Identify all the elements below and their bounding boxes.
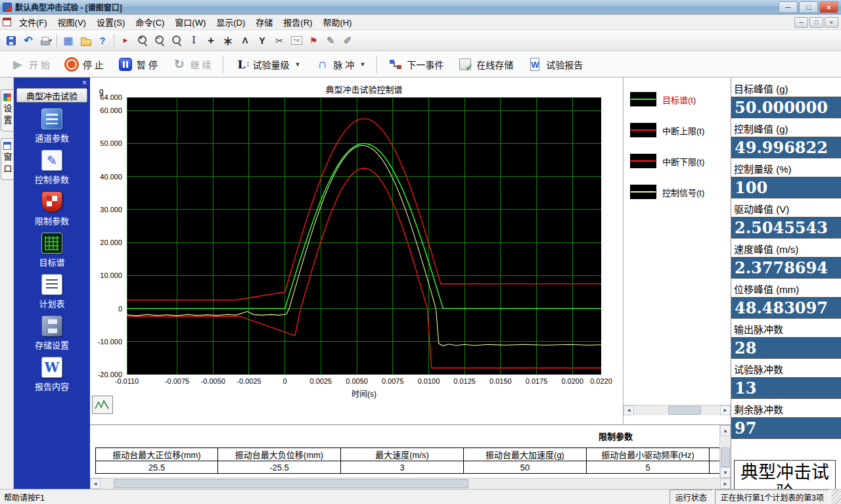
- pause-button[interactable]: 暂 停: [112, 54, 164, 75]
- test-report-button[interactable]: 试验报告: [521, 54, 589, 75]
- y-tick-label: -10.000: [98, 338, 122, 346]
- legend-item-2[interactable]: 中断下限(t): [630, 154, 731, 168]
- sidebar-item-schedule[interactable]: 计划表: [14, 274, 90, 309]
- pulse-button[interactable]: 脉 冲▼: [308, 54, 372, 75]
- chart-tool-button[interactable]: [92, 396, 113, 414]
- chart-title: 典型冲击试验控制谱: [127, 83, 601, 95]
- table-vertical-scrollbar[interactable]: ▲ ▼: [719, 425, 731, 478]
- ibeam-cursor-button[interactable]: [185, 32, 202, 49]
- legend-swatch: [630, 154, 656, 168]
- marker-flag-button[interactable]: [305, 32, 322, 49]
- scroll-track[interactable]: [634, 405, 720, 415]
- scroll-left-icon[interactable]: ◄: [624, 405, 634, 415]
- test-level-button[interactable]: 试验量级▼: [228, 54, 307, 75]
- undo-button[interactable]: [20, 32, 37, 49]
- child-restore-button[interactable]: □: [809, 17, 823, 28]
- cut-button[interactable]: [271, 32, 288, 49]
- scroll-thumb[interactable]: [114, 479, 468, 488]
- annotate-button[interactable]: [339, 32, 356, 49]
- menu-view[interactable]: 视图(V): [53, 14, 91, 30]
- limits-col-4: 振动台最小驱动频率(Hz): [587, 447, 710, 461]
- pulse-icon: [315, 57, 329, 72]
- scroll-right-icon[interactable]: ►: [720, 478, 731, 489]
- scroll-thumb[interactable]: [668, 406, 701, 415]
- start-button[interactable]: 开 始: [4, 54, 57, 75]
- scroll-track[interactable]: [101, 478, 720, 489]
- text-label-button[interactable]: [288, 32, 305, 49]
- star-cursor-button[interactable]: [219, 32, 237, 49]
- cursor-tool-button[interactable]: [117, 32, 134, 49]
- y-tick-label: 0: [118, 305, 122, 313]
- legend-item-0[interactable]: 目标谱(t): [630, 92, 731, 106]
- zoom-box-button[interactable]: [168, 32, 185, 49]
- menu-file[interactable]: 文件(F): [14, 14, 53, 30]
- zoom-in-button[interactable]: +: [134, 32, 151, 49]
- sidebar-item-label: 通道参数: [35, 131, 69, 144]
- minimize-button[interactable]: ─: [779, 1, 798, 13]
- scroll-right-icon[interactable]: ►: [720, 405, 731, 415]
- save-button[interactable]: [3, 32, 20, 49]
- maximize-button[interactable]: □: [799, 1, 818, 13]
- legend-item-3[interactable]: 控制信号(t): [630, 185, 731, 199]
- limits-val-0: 25.5: [95, 461, 218, 474]
- edit-pencil-button[interactable]: [322, 32, 339, 49]
- sidebar-item-report-content[interactable]: 报告内容: [14, 357, 90, 392]
- displacement-peak-value: 48.483097: [731, 297, 841, 319]
- status-help: 帮助请按F1: [4, 492, 45, 503]
- child-window-icon: [3, 18, 11, 26]
- menu-report[interactable]: 报告(R): [278, 14, 317, 30]
- menu-help[interactable]: 帮助(H): [317, 14, 357, 30]
- panel-close-icon[interactable]: ×: [82, 79, 87, 87]
- menu-window[interactable]: 窗口(W): [170, 14, 211, 30]
- stop-button[interactable]: 停 止: [58, 54, 110, 75]
- online-storage-button[interactable]: 在线存储: [451, 54, 520, 75]
- single-cursor-button[interactable]: [237, 32, 254, 49]
- legend-item-1[interactable]: 中断上限(t): [630, 123, 731, 137]
- scroll-left-icon[interactable]: ◄: [90, 478, 101, 489]
- button-label: 试验报告: [546, 58, 583, 71]
- sidebar-item-control-params[interactable]: 控制参数: [14, 150, 90, 185]
- sidebar-item-storage-settings[interactable]: 存储设置: [14, 315, 90, 351]
- resize-grip[interactable]: [832, 490, 841, 504]
- menu-display[interactable]: 显示(D): [211, 14, 250, 30]
- open-file-button[interactable]: [77, 32, 94, 49]
- print-button[interactable]: ▾: [37, 32, 54, 49]
- scroll-track[interactable]: [720, 436, 731, 467]
- scroll-thumb[interactable]: [721, 447, 730, 467]
- x-tick-label: 0.0100: [418, 377, 440, 385]
- channel-grid-button[interactable]: [60, 32, 77, 49]
- menu-settings[interactable]: 设置(S): [91, 14, 130, 30]
- table-horizontal-scrollbar[interactable]: ◄ ►: [90, 478, 731, 489]
- x-tick-label: 0.0050: [346, 377, 368, 385]
- child-minimize-button[interactable]: ─: [794, 17, 808, 28]
- tab-settings[interactable]: 设置: [1, 89, 13, 131]
- close-button[interactable]: ×: [819, 1, 838, 13]
- x-tick-label: 0.0200: [561, 377, 583, 385]
- legend-scrollbar[interactable]: ◄ ►: [624, 405, 731, 415]
- sidebar-title-button[interactable]: 典型冲击试验: [16, 88, 87, 103]
- target-peak-value: 50.000000: [731, 97, 841, 118]
- menu-storage[interactable]: 存储: [250, 14, 278, 30]
- sidebar-item-channel-params[interactable]: 通道参数: [14, 108, 90, 144]
- y-tick-label: 20.000: [100, 239, 122, 246]
- scroll-up-icon[interactable]: ▲: [720, 425, 731, 436]
- titlebar: 默认典型冲击试验 - [谱图窗口] ─ □ ×: [0, 0, 841, 14]
- crosshair-cursor-button[interactable]: [202, 32, 219, 49]
- sidebar-item-target-spectrum[interactable]: 目标谱: [14, 233, 90, 268]
- scroll-down-icon[interactable]: ▼: [720, 467, 731, 478]
- tab-window[interactable]: 窗口: [1, 138, 13, 180]
- next-event-button[interactable]: 下一事件: [382, 54, 450, 75]
- zoom-out-button[interactable]: −: [151, 32, 168, 49]
- limits-col-2: 最大速度(m/s): [341, 447, 464, 461]
- help-button[interactable]: [94, 32, 111, 49]
- sidebar-item-limit-params[interactable]: 限制参数: [14, 191, 90, 227]
- limits-val-4: 5: [587, 461, 710, 474]
- spectrum-plot[interactable]: [127, 97, 601, 375]
- menu-command[interactable]: 命令(C): [130, 14, 170, 30]
- harmonic-cursor-button[interactable]: [254, 32, 271, 49]
- toolbar-separator: [57, 34, 57, 47]
- limits-val-1: -25.5: [218, 461, 341, 474]
- tab-label: 窗口: [1, 152, 14, 176]
- continue-button[interactable]: 继 续: [166, 54, 218, 75]
- child-close-button[interactable]: ×: [825, 17, 838, 28]
